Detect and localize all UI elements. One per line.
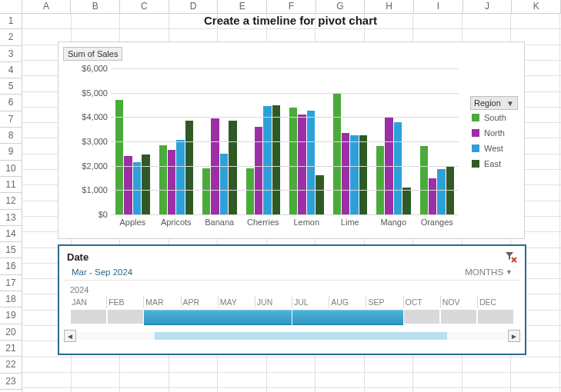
row-header[interactable]: 14: [0, 226, 22, 242]
row-header[interactable]: 5: [0, 78, 22, 95]
bar-north[interactable]: [255, 127, 262, 214]
bar-south[interactable]: [202, 168, 210, 214]
bar-north[interactable]: [168, 150, 175, 214]
bar-west[interactable]: [437, 169, 445, 214]
column-header[interactable]: H: [365, 0, 414, 13]
timeline-segment[interactable]: [108, 310, 143, 324]
timeline-month-label: JUL: [292, 296, 329, 308]
bar-east[interactable]: [142, 154, 149, 214]
timeline-segment-selected[interactable]: [366, 310, 403, 325]
timeline-segment-selected[interactable]: [181, 310, 218, 325]
row-header[interactable]: 7: [0, 111, 22, 128]
clear-filter-button[interactable]: [505, 251, 517, 263]
row-header[interactable]: 22: [0, 357, 22, 373]
row-header[interactable]: 13: [0, 210, 22, 226]
x-tick-label: Banana: [198, 218, 242, 227]
scrollbar-thumb[interactable]: [155, 332, 447, 340]
bar-east[interactable]: [359, 135, 367, 214]
y-tick-label: $4,000: [68, 112, 108, 121]
timeline-segment[interactable]: [478, 310, 513, 324]
bar-west[interactable]: [350, 135, 358, 214]
row-header[interactable]: 18: [0, 291, 22, 307]
bar-west[interactable]: [394, 122, 402, 214]
bar-north[interactable]: [124, 156, 132, 214]
bar-north[interactable]: [298, 115, 306, 214]
row-header[interactable]: 2: [0, 29, 22, 45]
values-field-button[interactable]: Sum of Sales: [63, 47, 122, 61]
timeline-segment-selected[interactable]: [144, 310, 181, 325]
row-header[interactable]: 3: [0, 46, 22, 62]
pivot-chart[interactable]: Sum of Sales $0$1,000$2,000$3,000$4,000$…: [58, 42, 525, 239]
bar-south[interactable]: [420, 146, 428, 214]
bar-south[interactable]: [376, 146, 384, 214]
row-header[interactable]: 9: [0, 144, 22, 160]
timeline-slicer[interactable]: Date Mar - Sep 2024 MONTHS ▼ 2024 JANFEB…: [58, 244, 526, 355]
row-header[interactable]: 4: [0, 62, 22, 78]
bar-south[interactable]: [246, 168, 254, 214]
timeline-units-button[interactable]: MONTHS ▼: [465, 267, 513, 277]
bar-east[interactable]: [272, 105, 280, 215]
row-header[interactable]: 17: [0, 275, 22, 291]
row-header[interactable]: 12: [0, 193, 22, 209]
legend-item[interactable]: South: [470, 110, 518, 125]
row-header[interactable]: 16: [0, 258, 22, 274]
bar-east[interactable]: [402, 188, 410, 214]
column-header[interactable]: G: [316, 0, 366, 13]
timeline-segment[interactable]: [441, 310, 476, 324]
bar-east[interactable]: [185, 121, 193, 214]
timeline-segment-selected[interactable]: [218, 310, 255, 325]
column-header[interactable]: E: [218, 0, 267, 13]
timeline-segment[interactable]: [404, 310, 439, 324]
bar-east[interactable]: [316, 175, 323, 214]
timeline-segment-selected[interactable]: [292, 310, 329, 325]
column-header[interactable]: F: [267, 0, 316, 13]
bar-west[interactable]: [263, 106, 271, 214]
timeline-segment-selected[interactable]: [329, 310, 366, 325]
select-all-corner[interactable]: [0, 0, 22, 13]
column-header[interactable]: A: [22, 0, 72, 13]
bar-west[interactable]: [176, 140, 184, 214]
column-header[interactable]: D: [169, 0, 219, 13]
row-header[interactable]: 19: [0, 307, 22, 324]
legend-swatch: [472, 145, 479, 152]
row-header[interactable]: 20: [0, 324, 22, 341]
legend-item[interactable]: North: [470, 125, 518, 141]
bar-south[interactable]: [289, 108, 297, 214]
bar-west[interactable]: [307, 111, 315, 214]
bar-north[interactable]: [342, 133, 349, 214]
row-header[interactable]: 6: [0, 95, 22, 111]
plot-area: [111, 68, 459, 214]
scroll-left-button[interactable]: ◄: [64, 330, 76, 342]
row-header[interactable]: 10: [0, 161, 22, 177]
y-tick-label: $1,000: [68, 185, 108, 194]
column-header[interactable]: C: [120, 0, 169, 13]
timeline-month-label: OCT: [403, 296, 440, 308]
timeline-scrollbar[interactable]: ◄ ►: [64, 330, 520, 342]
bar-north[interactable]: [429, 178, 436, 215]
column-header[interactable]: K: [512, 0, 561, 13]
row-header[interactable]: 15: [0, 242, 22, 258]
column-header[interactable]: J: [463, 0, 513, 13]
row-header[interactable]: 21: [0, 341, 22, 357]
timeline-range-bar[interactable]: [70, 310, 514, 324]
scrollbar-track[interactable]: [77, 332, 507, 340]
legend-item[interactable]: East: [470, 156, 518, 171]
timeline-segment-selected[interactable]: [255, 310, 292, 325]
row-header[interactable]: 8: [0, 128, 22, 144]
column-header[interactable]: I: [414, 0, 463, 13]
row-header[interactable]: 23: [0, 374, 22, 390]
row-header[interactable]: 11: [0, 177, 22, 193]
column-header[interactable]: B: [71, 0, 120, 13]
bar-west[interactable]: [133, 162, 141, 214]
legend-item[interactable]: West: [470, 141, 518, 156]
x-tick-label: Cherries: [242, 218, 286, 227]
row-header[interactable]: 1: [0, 13, 22, 29]
timeline-segment[interactable]: [71, 310, 106, 324]
bar-south[interactable]: [159, 145, 167, 214]
bar-south[interactable]: [333, 93, 341, 214]
legend-label: West: [484, 144, 503, 153]
bar-west[interactable]: [220, 154, 228, 214]
legend-field-button[interactable]: Region ▼: [470, 96, 518, 110]
bar-east[interactable]: [229, 121, 236, 214]
scroll-right-button[interactable]: ►: [508, 330, 520, 342]
